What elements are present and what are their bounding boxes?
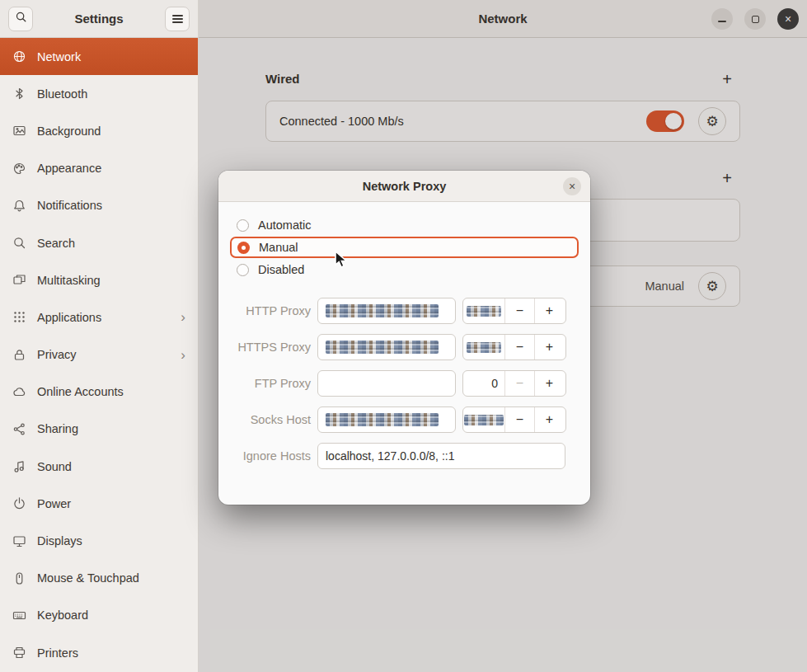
- sidebar-item-network[interactable]: Network: [0, 38, 198, 75]
- radio-selected-icon: [237, 242, 250, 254]
- radio-automatic[interactable]: Automatic: [230, 215, 579, 235]
- chevron-right-icon: ›: [181, 348, 185, 362]
- port-value[interactable]: [463, 298, 504, 323]
- page-title: Network: [478, 12, 527, 26]
- wired-connection-label: Connected - 1000 Mb/s: [279, 115, 646, 128]
- wired-toggle[interactable]: [646, 110, 684, 132]
- close-icon: ×: [785, 12, 791, 26]
- dialog-close-button[interactable]: ×: [563, 177, 581, 195]
- toggle-knob: [665, 113, 682, 129]
- radio-disabled[interactable]: Disabled: [230, 260, 579, 280]
- appearance-icon: [12, 162, 26, 176]
- sidebar-item-label: Notifications: [37, 199, 185, 212]
- sidebar-item-sharing[interactable]: Sharing: [0, 411, 198, 448]
- minus-icon: −: [516, 340, 523, 355]
- sidebar-item-applications[interactable]: Applications ›: [0, 298, 198, 336]
- sidebar-item-search[interactable]: Search: [0, 224, 198, 261]
- sidebar-item-appearance[interactable]: Appearance: [0, 150, 198, 187]
- sidebar-item-online-accounts[interactable]: Online Accounts: [0, 374, 198, 411]
- sidebar-item-power[interactable]: Power: [0, 485, 198, 522]
- https-port-stepper: − +: [462, 334, 566, 360]
- search-icon: [15, 11, 27, 26]
- wired-connection-row[interactable]: Connected - 1000 Mb/s ⚙: [265, 101, 740, 142]
- decrement-button[interactable]: −: [504, 298, 534, 323]
- notifications-icon: [12, 199, 26, 213]
- radio-label: Manual: [259, 241, 298, 254]
- sidebar-item-label: Applications: [37, 311, 170, 324]
- port-value[interactable]: [463, 407, 504, 432]
- radio-label: Automatic: [258, 219, 311, 232]
- window-controls: ×: [711, 8, 799, 30]
- decrement-button[interactable]: −: [504, 335, 534, 359]
- sidebar-item-label: Displays: [37, 534, 185, 547]
- proxy-settings-button[interactable]: ⚙: [698, 272, 726, 300]
- gear-icon: ⚙: [706, 113, 718, 130]
- port-value[interactable]: [463, 335, 504, 359]
- field-label: FTP Proxy: [230, 377, 311, 390]
- socks-port-stepper: − +: [462, 406, 566, 433]
- hamburger-icon: [172, 18, 183, 20]
- ftp-proxy-input[interactable]: [317, 370, 456, 397]
- sidebar-item-bluetooth[interactable]: Bluetooth: [0, 75, 198, 112]
- sidebar-item-keyboard[interactable]: Keyboard: [0, 597, 198, 634]
- add-vpn-button[interactable]: +: [716, 167, 738, 189]
- ignore-hosts-row: Ignore Hosts localhost, 127.0.0.0/8, ::1: [230, 443, 579, 469]
- sidebar-item-label: Mouse & Touchpad: [37, 571, 185, 585]
- sidebar-item-notifications[interactable]: Notifications: [0, 187, 198, 224]
- socks-host-input[interactable]: [317, 406, 456, 433]
- menu-button[interactable]: [165, 7, 190, 31]
- wired-section-title: Wired: [265, 72, 300, 86]
- https-proxy-row: HTTPS Proxy − +: [230, 334, 579, 360]
- chevron-right-icon: ›: [181, 310, 185, 324]
- ignore-hosts-input[interactable]: localhost, 127.0.0.0/8, ::1: [317, 443, 565, 469]
- sidebar-item-sound[interactable]: Sound: [0, 448, 198, 485]
- increment-button[interactable]: +: [534, 407, 564, 432]
- radio-icon: [237, 219, 249, 232]
- close-button[interactable]: ×: [777, 8, 799, 30]
- plus-icon: +: [546, 340, 553, 355]
- add-wired-button[interactable]: +: [716, 68, 738, 90]
- dialog-headerbar[interactable]: Network Proxy ×: [218, 171, 590, 202]
- increment-button[interactable]: +: [534, 371, 564, 396]
- sidebar-item-label: Sharing: [37, 422, 185, 435]
- sidebar-item-label: Keyboard: [37, 609, 185, 622]
- network-proxy-dialog: Network Proxy × Automatic Manual Disable…: [218, 171, 590, 505]
- redacted-value: [326, 413, 439, 426]
- sidebar-item-printers[interactable]: Printers: [0, 634, 198, 671]
- maximize-button[interactable]: [744, 8, 766, 30]
- search-button[interactable]: [8, 7, 33, 31]
- port-value[interactable]: 0: [463, 371, 504, 396]
- decrement-button[interactable]: −: [504, 407, 534, 432]
- sidebar-item-multitasking[interactable]: Multitasking: [0, 261, 198, 298]
- background-icon: [12, 124, 26, 138]
- sidebar-item-mouse-touchpad[interactable]: Mouse & Touchpad: [0, 560, 198, 597]
- decrement-button[interactable]: −: [504, 371, 534, 396]
- increment-button[interactable]: +: [534, 335, 564, 359]
- sidebar-item-displays[interactable]: Displays: [0, 522, 198, 559]
- http-proxy-input[interactable]: [317, 298, 456, 324]
- sidebar-item-label: Search: [37, 237, 185, 250]
- proxy-mode-options: Automatic Manual Disabled: [230, 215, 579, 280]
- http-port-stepper: − +: [462, 298, 566, 324]
- power-icon: [12, 496, 26, 510]
- sidebar-item-label: Network: [37, 50, 185, 63]
- sidebar-item-label: Multitasking: [37, 274, 185, 287]
- redacted-value: [467, 342, 501, 353]
- sidebar-item-background[interactable]: Background: [0, 112, 198, 149]
- sharing-icon: [12, 422, 26, 436]
- sidebar-item-label: Power: [37, 497, 185, 510]
- proxy-mode-value: Manual: [645, 280, 684, 293]
- multitasking-icon: [12, 273, 26, 287]
- field-label: Ignore Hosts: [230, 449, 311, 463]
- minimize-button[interactable]: [711, 8, 733, 30]
- plus-icon: +: [722, 70, 732, 89]
- increment-button[interactable]: +: [534, 298, 564, 323]
- keyboard-icon: [12, 609, 26, 623]
- plus-icon: +: [722, 169, 732, 188]
- wired-settings-button[interactable]: ⚙: [698, 107, 726, 135]
- sidebar-item-privacy[interactable]: Privacy ›: [0, 336, 198, 374]
- dialog-body: Automatic Manual Disabled HTTP Proxy − +: [218, 202, 590, 469]
- https-proxy-input[interactable]: [317, 334, 456, 360]
- privacy-icon: [12, 348, 26, 362]
- radio-manual[interactable]: Manual: [230, 237, 579, 258]
